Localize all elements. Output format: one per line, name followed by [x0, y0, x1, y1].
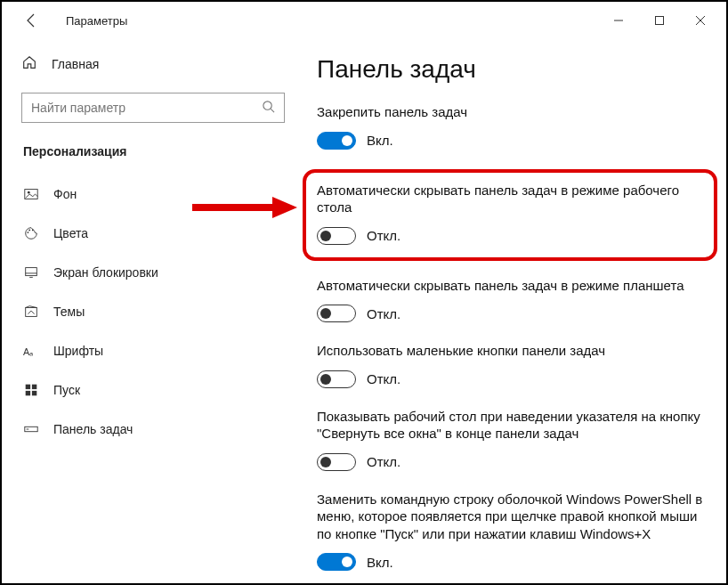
- sidebar-item-label: Шрифты: [53, 344, 103, 358]
- svg-text:Aₐ: Aₐ: [23, 346, 33, 357]
- setting-label: Автоматически скрывать панель задач в ре…: [317, 182, 703, 216]
- search-box[interactable]: [21, 93, 285, 123]
- titlebar: Параметры: [2, 2, 726, 39]
- search-input[interactable]: [22, 93, 284, 122]
- sidebar-item-taskbar[interactable]: Панель задач: [21, 410, 273, 449]
- sidebar-item-label: Пуск: [53, 383, 80, 397]
- svg-rect-1: [656, 17, 664, 25]
- window-title: Параметры: [66, 14, 127, 28]
- sidebar-item-fonts[interactable]: Aₐ Шрифты: [21, 331, 273, 370]
- svg-rect-12: [26, 308, 37, 317]
- sidebar-item-label: Цвета: [53, 226, 88, 240]
- svg-point-8: [32, 230, 34, 232]
- content: Панель задач Закрепить панель задач Вкл.…: [287, 39, 726, 583]
- svg-rect-9: [26, 268, 37, 276]
- page-title: Панель задач: [317, 55, 703, 84]
- toggle-lock-taskbar[interactable]: [317, 132, 356, 150]
- themes-icon: [23, 304, 39, 320]
- toggle-state: Откл.: [367, 306, 400, 321]
- sidebar-home-label: Главная: [52, 57, 99, 71]
- toggle-state: Откл.: [367, 454, 400, 469]
- svg-rect-17: [32, 391, 36, 395]
- setting-lock-taskbar: Закрепить панель задач Вкл.: [317, 103, 703, 150]
- sidebar-item-background[interactable]: Фон: [21, 175, 273, 214]
- fonts-icon: Aₐ: [23, 343, 39, 359]
- toggle-autohide-tablet[interactable]: [317, 305, 356, 322]
- sidebar-item-themes[interactable]: Темы: [21, 292, 273, 331]
- setting-autohide-tablet: Автоматически скрывать панель задач в ре…: [317, 277, 703, 323]
- lockscreen-icon: [23, 264, 39, 280]
- sidebar-home[interactable]: Главная: [21, 46, 273, 82]
- palette-icon: [23, 225, 39, 241]
- setting-label: Закрепить панель задач: [317, 103, 703, 121]
- picture-icon: [23, 186, 39, 202]
- toggle-powershell[interactable]: [317, 553, 356, 571]
- sidebar-item-label: Фон: [53, 187, 77, 201]
- setting-powershell: Заменить командную строку оболочкой Wind…: [317, 491, 703, 572]
- setting-label: Использовать маленькие кнопки панели зад…: [317, 342, 703, 360]
- setting-label: Показывать рабочий стол при наведении ук…: [317, 408, 703, 443]
- setting-small-buttons: Использовать маленькие кнопки панели зад…: [317, 342, 703, 388]
- maximize-button[interactable]: [639, 6, 680, 35]
- svg-rect-14: [26, 385, 30, 389]
- toggle-small-buttons[interactable]: [317, 370, 356, 388]
- minimize-button[interactable]: [598, 6, 639, 35]
- setting-autohide-desktop: Автоматически скрывать панель задач в ре…: [317, 182, 703, 245]
- svg-rect-15: [32, 385, 36, 389]
- search-icon: [262, 100, 275, 116]
- sidebar-item-label: Темы: [53, 305, 85, 319]
- toggle-autohide-desktop[interactable]: [317, 227, 356, 245]
- back-button[interactable]: [18, 7, 44, 34]
- toggle-peek-desktop[interactable]: [317, 453, 356, 471]
- setting-label: Заменить командную строку оболочкой Wind…: [317, 491, 703, 543]
- start-icon: [23, 382, 39, 398]
- sidebar-item-label: Экран блокировки: [53, 265, 158, 280]
- svg-point-6: [28, 232, 29, 233]
- toggle-state: Откл.: [367, 371, 400, 386]
- toggle-state: Вкл.: [367, 555, 393, 570]
- sidebar-item-label: Панель задач: [53, 422, 133, 436]
- close-button[interactable]: [680, 6, 721, 35]
- sidebar-item-colors[interactable]: Цвета: [21, 214, 273, 253]
- home-icon: [21, 54, 37, 74]
- highlight-box: Автоматически скрывать панель задач в ре…: [303, 169, 717, 261]
- svg-point-5: [28, 191, 30, 194]
- sidebar-section: Персонализация: [21, 144, 273, 158]
- setting-label: Автоматически скрывать панель задач в ре…: [317, 277, 703, 295]
- sidebar-item-lockscreen[interactable]: Экран блокировки: [21, 253, 273, 292]
- taskbar-icon: [23, 421, 39, 437]
- svg-line-3: [271, 109, 274, 112]
- svg-point-7: [28, 230, 30, 232]
- sidebar-item-start[interactable]: Пуск: [21, 370, 273, 410]
- toggle-state: Откл.: [367, 228, 400, 243]
- svg-rect-16: [26, 391, 30, 395]
- sidebar: Главная Персонализация Фон Цвета: [2, 39, 287, 583]
- svg-point-2: [263, 102, 271, 110]
- toggle-state: Вкл.: [367, 133, 393, 148]
- setting-peek-desktop: Показывать рабочий стол при наведении ук…: [317, 408, 703, 471]
